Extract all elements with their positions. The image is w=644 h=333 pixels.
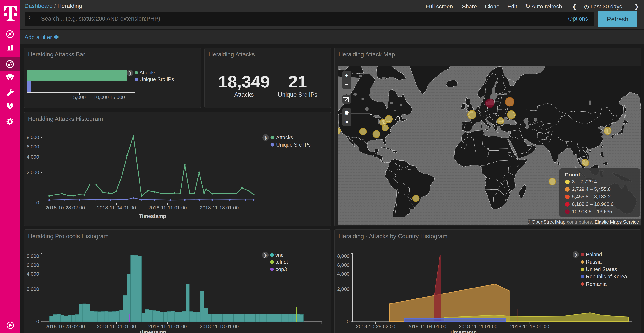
svg-text:8,182.2 – 10,908.6: 8,182.2 – 10,908.6	[572, 201, 614, 207]
svg-text:2,729.4 – 5,455.8: 2,729.4 – 5,455.8	[572, 186, 611, 192]
svg-text:© OpenStreetMap contributors,: © OpenStreetMap contributors, Elastic Ma…	[527, 219, 639, 225]
svg-text:5,455.8 – 8,182.2: 5,455.8 – 8,182.2	[572, 194, 611, 199]
svg-text:Count: Count	[565, 172, 580, 178]
svg-text:10,908.6 – 13,635: 10,908.6 – 13,635	[572, 209, 612, 214]
svg-text:3 – 2,729.4: 3 – 2,729.4	[572, 179, 597, 185]
